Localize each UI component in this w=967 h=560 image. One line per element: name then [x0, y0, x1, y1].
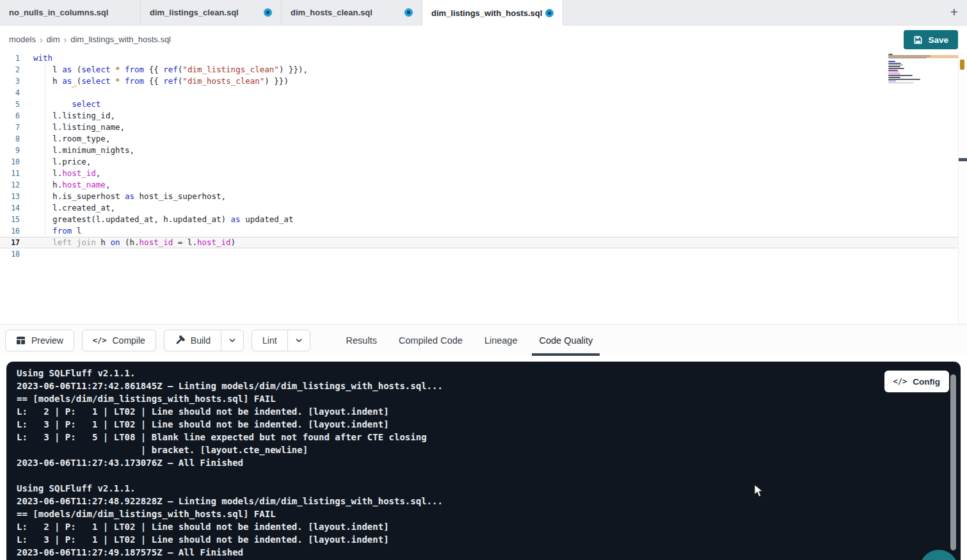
code-token: l: [33, 65, 62, 74]
code-line[interactable]: 3 h as (select * from {{ ref("dim_hosts_…: [0, 76, 958, 87]
result-tab-code-quality[interactable]: Code Quality: [532, 324, 600, 356]
cursor-position-marker: [959, 158, 967, 161]
plus-icon: +: [950, 4, 958, 20]
breadcrumb-item[interactable]: models: [9, 35, 36, 44]
config-button[interactable]: </> Config: [884, 371, 949, 392]
file-tab[interactable]: dim_hosts_clean.sql: [282, 0, 422, 25]
chevron-down-icon: [228, 336, 237, 345]
code-token: host_id: [197, 237, 231, 247]
floppy-disk-icon: [913, 35, 923, 45]
line-number: 12: [0, 180, 28, 189]
code-token: l.created_at,: [33, 203, 115, 212]
breadcrumb-item[interactable]: dim: [47, 35, 60, 44]
line-number: 8: [0, 134, 28, 143]
config-label: Config: [913, 377, 940, 387]
code-token: on: [110, 237, 120, 247]
code-line[interactable]: 12 h.host_name,: [0, 179, 958, 191]
save-button[interactable]: Save: [904, 30, 958, 49]
compile-button[interactable]: </> Compile: [82, 330, 156, 351]
file-tab[interactable]: dim_listings_with_hosts.sql: [422, 0, 563, 26]
code-line[interactable]: 15 greatest(l.updated_at, h.updated_at) …: [0, 214, 958, 225]
code-line[interactable]: 11 l.host_id,: [0, 168, 958, 179]
code-token: = l.: [173, 237, 197, 247]
terminal-line: == [models/dim/dim_listings_with_hosts.s…: [17, 392, 443, 405]
code-token: [33, 237, 52, 247]
code-line[interactable]: 7 l.listing_name,: [0, 122, 958, 133]
lint-button[interactable]: Lint: [252, 330, 287, 351]
code-token: select: [81, 65, 110, 74]
code-line[interactable]: 8 l.room_type,: [0, 133, 958, 145]
build-label: Build: [191, 335, 211, 346]
code-token: (: [72, 65, 81, 74]
code-line-text: l.listing_id,: [28, 110, 115, 122]
line-number: 3: [0, 77, 28, 86]
code-line[interactable]: 1with: [0, 52, 958, 64]
minimap-line: [888, 74, 900, 75]
editor-scroll-annotations[interactable]: [958, 52, 967, 324]
file-tab-label: dim_listings_with_hosts.sql: [431, 8, 542, 18]
code-token: "dim_hosts_clean": [182, 76, 264, 86]
code-token: ,: [96, 168, 101, 178]
code-line-text: l.price,: [28, 156, 91, 168]
line-number: 15: [0, 215, 28, 224]
code-editor[interactable]: 1with2 l as (select * from {{ ref("dim_l…: [0, 52, 967, 324]
code-token: host_is_superhost,: [134, 191, 226, 201]
terminal-scrollbar[interactable]: [950, 374, 956, 550]
code-line[interactable]: 6 l.listing_id,: [0, 110, 958, 122]
help-widget-bubble[interactable]: [920, 550, 958, 560]
code-token: h: [96, 237, 111, 247]
code-line[interactable]: 16 from l: [0, 225, 958, 237]
file-tab[interactable]: dim_listings_clean.sql: [141, 0, 282, 25]
save-button-label: Save: [928, 35, 948, 45]
code-token: h.: [33, 180, 62, 189]
code-line[interactable]: 17 left join h on (h.host_id = l.host_id…: [0, 237, 958, 248]
line-number: 1: [0, 54, 28, 63]
code-line[interactable]: 14 l.created_at,: [0, 202, 958, 214]
code-token: from: [125, 65, 144, 74]
terminal-line: L: 3 | P: 1 | LT02 | Line should not be …: [17, 418, 443, 431]
code-line-text: h.is_superhost as host_is_superhost,: [28, 191, 226, 202]
minimap[interactable]: [888, 54, 936, 84]
code-brackets-icon: </>: [93, 336, 107, 345]
file-tab-bar: no_nulls_in_columns.sqldim_listings_clea…: [0, 0, 967, 26]
build-button[interactable]: Build: [164, 330, 221, 351]
line-number: 11: [0, 169, 28, 178]
code-token: ref: [163, 65, 178, 74]
minimap-line: [888, 77, 900, 78]
code-line[interactable]: 18: [0, 248, 958, 260]
code-line-text: l.listing_name,: [28, 122, 125, 133]
lint-dropdown-button[interactable]: [287, 330, 310, 351]
code-line[interactable]: 9 l.minimum_nights,: [0, 145, 958, 156]
code-token: [120, 76, 125, 86]
code-line[interactable]: 2 l as (select * from {{ ref("dim_listin…: [0, 64, 958, 76]
code-line[interactable]: 5 select: [0, 99, 958, 110]
code-token: *: [115, 65, 120, 74]
file-tab[interactable]: no_nulls_in_columns.sql: [0, 0, 141, 25]
code-token: l.minimum_nights,: [33, 145, 134, 155]
result-tab-compiled-code[interactable]: Compiled Code: [392, 324, 470, 356]
breadcrumb-item[interactable]: dim_listings_with_hosts.sql: [70, 35, 171, 44]
unsaved-changes-icon: [545, 9, 554, 17]
new-tab-button[interactable]: +: [947, 4, 962, 20]
code-line[interactable]: 10 l.price,: [0, 156, 958, 168]
code-token: {{: [144, 76, 163, 86]
code-token: [33, 99, 72, 109]
code-token: ): [231, 237, 236, 247]
code-token: ) }}): [264, 76, 289, 86]
preview-button[interactable]: Preview: [5, 330, 74, 351]
code-token: ,: [106, 180, 111, 189]
file-tab-label: no_nulls_in_columns.sql: [9, 8, 108, 17]
minimap-line: [888, 72, 899, 73]
result-tab-results[interactable]: Results: [339, 324, 384, 356]
build-dropdown-button[interactable]: [221, 330, 243, 351]
code-line[interactable]: 4: [0, 87, 958, 99]
minimap-line: [888, 70, 898, 71]
code-token: [120, 65, 125, 74]
minimap-line: [888, 61, 895, 62]
code-token: [33, 226, 52, 236]
terminal-output: Using SQLFluff v2.1.1.2023-06-06T11:27:4…: [17, 367, 443, 559]
code-token: as: [231, 214, 241, 224]
action-toolbar: Preview </> Compile Build: [0, 324, 967, 356]
result-tab-lineage[interactable]: Lineage: [477, 324, 525, 356]
code-line[interactable]: 13 h.is_superhost as host_is_superhost,: [0, 191, 958, 202]
